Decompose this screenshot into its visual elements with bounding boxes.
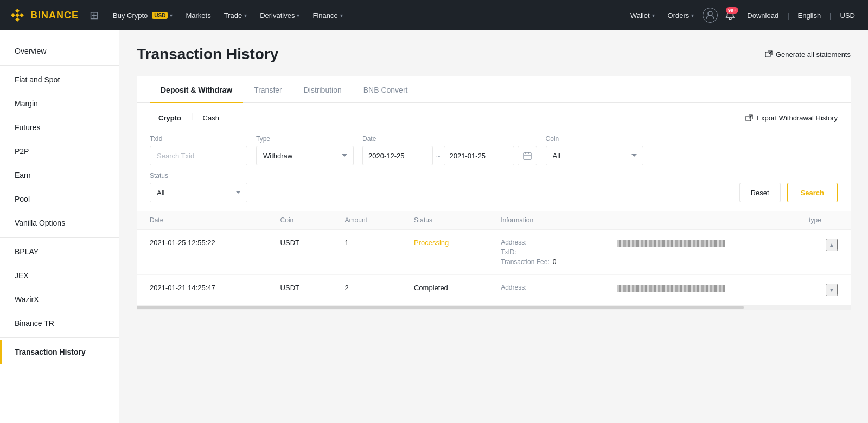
row-expand-button[interactable]: ▼ xyxy=(826,284,838,296)
scrollbar-thumb xyxy=(137,306,744,309)
reset-button[interactable]: Reset xyxy=(739,183,781,202)
table-row: 2021-01-25 12:55:22 USDT 1 Processing Ad… xyxy=(137,230,851,275)
svg-rect-6 xyxy=(765,52,770,57)
filter-row-1: TxId Type Withdraw All Deposit Date xyxy=(150,135,838,165)
sidebar-item-wazirx[interactable]: WazirX xyxy=(0,287,119,311)
row-expand-button[interactable]: ▲ xyxy=(826,239,838,251)
status-select[interactable]: All Completed Processing Failed xyxy=(150,183,247,202)
logo[interactable]: BINANCE xyxy=(9,7,79,24)
calendar-button[interactable] xyxy=(518,146,537,165)
divider: | xyxy=(829,11,831,20)
table-header-row: Date Coin Amount Status Information type xyxy=(137,211,851,230)
svg-marker-3 xyxy=(15,13,20,17)
info-block: Address: TxID: Transaction Fee: 0 xyxy=(501,239,591,266)
tab-bnb-convert[interactable]: BNB Convert xyxy=(353,76,419,103)
sub-tabs: Crypto | Cash xyxy=(150,112,228,124)
date-range: ~ xyxy=(362,146,537,165)
txid-filter-group: TxId xyxy=(150,135,247,165)
transaction-table: Date Coin Amount Status Information type xyxy=(137,211,851,305)
cell-information: Address: TxID: Transaction Fee: 0 xyxy=(488,230,604,275)
topnav-right: Wallet ▾ Orders ▾ 99+ Download | English… xyxy=(626,7,859,24)
sidebar-item-p2p[interactable]: P2P xyxy=(0,139,119,163)
nav-markets[interactable]: Markets xyxy=(180,7,216,24)
status-filter-group: Status All Completed Processing Failed xyxy=(150,172,247,202)
chevron-down-icon: ▾ xyxy=(297,12,299,18)
sidebar-item-pool[interactable]: Pool xyxy=(0,187,119,211)
cell-date: 2021-01-21 14:25:47 xyxy=(137,275,267,305)
nav-wallet[interactable]: Wallet ▾ xyxy=(626,7,659,24)
cell-status: Completed xyxy=(401,275,488,305)
col-status: Status xyxy=(401,211,488,230)
sidebar-item-overview[interactable]: Overview xyxy=(0,39,119,63)
nav-buy-crypto[interactable]: Buy Crypto USD ▾ xyxy=(107,7,178,24)
sidebar-item-fiat-and-spot[interactable]: Fiat and Spot xyxy=(0,68,119,92)
nav-download[interactable]: Download xyxy=(743,7,783,24)
main-content: Transaction History Generate all stateme… xyxy=(119,30,868,423)
sidebar-item-futures[interactable]: Futures xyxy=(0,116,119,139)
col-amount: Amount xyxy=(332,211,401,230)
top-nav-items: Buy Crypto USD ▾ Markets Trade ▾ Derivat… xyxy=(107,7,622,24)
cell-information: Address: xyxy=(488,275,604,305)
nav-currency[interactable]: USD xyxy=(836,7,859,24)
tab-transfer[interactable]: Transfer xyxy=(243,76,293,103)
transaction-card: Deposit & Withdraw Transfer Distribution… xyxy=(137,76,851,310)
nav-trade[interactable]: Trade ▾ xyxy=(219,7,252,24)
cell-status: Processing xyxy=(401,230,488,275)
cell-amount: 2 xyxy=(332,275,401,305)
export-withdrawal-history-link[interactable]: Export Withdrawal History xyxy=(745,114,838,122)
logo-text: BINANCE xyxy=(30,10,79,21)
sidebar-item-jex[interactable]: JEX xyxy=(0,264,119,287)
date-from-input[interactable] xyxy=(362,146,433,165)
col-type: type xyxy=(796,211,851,230)
sidebar-divider xyxy=(0,337,119,338)
sidebar-item-transaction-history[interactable]: Transaction History xyxy=(0,340,119,364)
tab-deposit-withdraw[interactable]: Deposit & Withdraw xyxy=(150,76,243,103)
status-badge: Completed xyxy=(414,284,448,292)
page-header: Transaction History Generate all stateme… xyxy=(137,46,851,63)
svg-rect-10 xyxy=(524,153,531,159)
svg-marker-0 xyxy=(15,9,20,13)
chevron-down-icon: ▾ xyxy=(691,12,694,18)
sidebar-item-margin[interactable]: Margin xyxy=(0,92,119,116)
coin-select[interactable]: All BTC ETH USDT BNB xyxy=(546,146,643,165)
grid-icon[interactable]: ⊞ xyxy=(90,9,99,22)
cell-address-value xyxy=(604,275,796,305)
nav-finance[interactable]: Finance ▾ xyxy=(307,7,348,24)
sidebar-item-bplay[interactable]: BPLAY xyxy=(0,240,119,264)
filter-row-2: Status All Completed Processing Failed R… xyxy=(150,172,838,202)
tab-bar: Deposit & Withdraw Transfer Distribution… xyxy=(137,76,851,103)
tab-distribution[interactable]: Distribution xyxy=(293,76,353,103)
txid-input[interactable] xyxy=(150,146,247,165)
col-date: Date xyxy=(137,211,267,230)
date-filter-group: Date ~ xyxy=(362,135,537,165)
sidebar-item-earn[interactable]: Earn xyxy=(0,163,119,187)
sub-tab-cash[interactable]: Cash xyxy=(194,112,228,124)
sub-tab-crypto[interactable]: Crypto xyxy=(150,112,190,124)
notification-button[interactable]: 99+ xyxy=(722,7,738,23)
cell-coin: USDT xyxy=(267,275,332,305)
sidebar-divider xyxy=(0,65,119,66)
external-link-icon xyxy=(765,50,773,58)
nav-language[interactable]: English xyxy=(794,7,826,24)
search-button[interactable]: Search xyxy=(787,183,838,202)
svg-marker-2 xyxy=(20,13,24,17)
avatar[interactable] xyxy=(703,8,718,23)
horizontal-scrollbar[interactable] xyxy=(137,305,851,310)
info-fee-row: Transaction Fee: 0 xyxy=(501,258,591,266)
sidebar-item-vanilla-options[interactable]: Vanilla Options xyxy=(0,211,119,235)
date-label: Date xyxy=(362,135,537,143)
col-information: Information xyxy=(488,211,604,230)
generate-all-statements-link[interactable]: Generate all statements xyxy=(765,50,851,59)
sidebar-item-binance-tr[interactable]: Binance TR xyxy=(0,311,119,335)
nav-derivatives[interactable]: Derivatives ▾ xyxy=(254,7,305,24)
type-select[interactable]: Withdraw All Deposit xyxy=(256,146,354,165)
chevron-down-icon: ▾ xyxy=(652,12,655,18)
address-pixelated xyxy=(617,240,725,247)
binance-logo-icon xyxy=(9,7,26,24)
user-icon xyxy=(705,10,715,20)
info-block: Address: xyxy=(501,284,591,291)
nav-orders[interactable]: Orders ▾ xyxy=(663,7,699,24)
date-to-input[interactable] xyxy=(444,146,514,165)
cell-amount: 1 xyxy=(332,230,401,275)
notification-badge: 99+ xyxy=(726,7,738,14)
